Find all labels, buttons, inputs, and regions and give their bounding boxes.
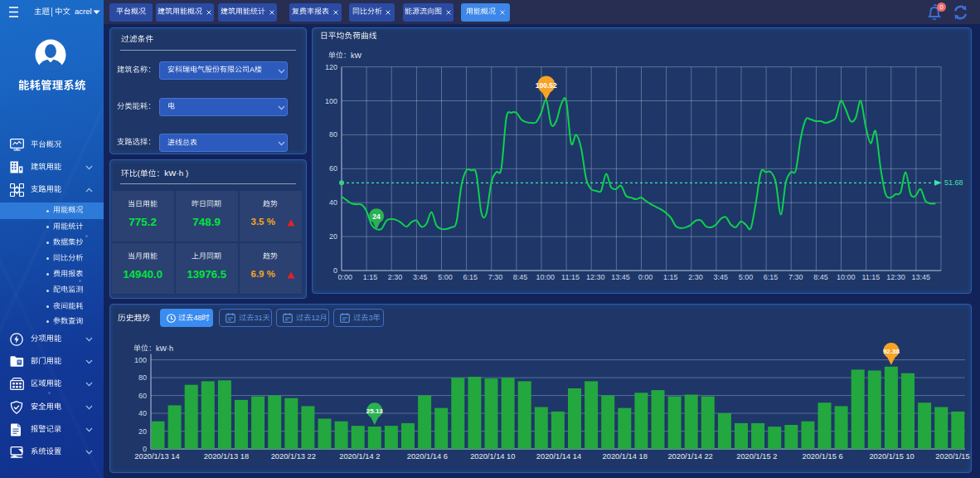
svg-text:100.52: 100.52 bbox=[536, 81, 557, 90]
svg-text:5:00: 5:00 bbox=[739, 273, 754, 281]
svg-text:0: 0 bbox=[333, 266, 337, 275]
svg-text:5:00: 5:00 bbox=[438, 273, 453, 281]
svg-text:2020/1/13 22: 2020/1/13 22 bbox=[271, 452, 316, 461]
svg-text:20: 20 bbox=[138, 427, 147, 436]
svg-text:3:45: 3:45 bbox=[713, 273, 728, 281]
svg-text:2020/1/14 14: 2020/1/14 14 bbox=[536, 452, 581, 461]
svg-text:10:00: 10:00 bbox=[837, 273, 856, 281]
svg-text:7:30: 7:30 bbox=[788, 273, 803, 281]
svg-text:40: 40 bbox=[138, 409, 147, 417]
svg-text:60: 60 bbox=[138, 392, 147, 400]
svg-text:2020/1/14 22: 2020/1/14 22 bbox=[667, 452, 712, 461]
svg-text:7:30: 7:30 bbox=[488, 273, 503, 281]
svg-text:11:15: 11:15 bbox=[561, 273, 580, 281]
svg-text:2020/1/14 10: 2020/1/14 10 bbox=[470, 452, 515, 461]
svg-text:24: 24 bbox=[372, 212, 381, 221]
svg-text:92.38: 92.38 bbox=[883, 348, 900, 355]
svg-text:2020/1/14 6: 2020/1/14 6 bbox=[407, 452, 448, 461]
svg-text:1:15: 1:15 bbox=[363, 273, 378, 281]
svg-text:8:45: 8:45 bbox=[513, 273, 528, 281]
svg-text:2020/1/15 10: 2020/1/15 10 bbox=[869, 452, 914, 461]
svg-text:12:30: 12:30 bbox=[586, 273, 605, 281]
svg-text:0:00: 0:00 bbox=[337, 273, 352, 281]
svg-text:A: A bbox=[250, 66, 255, 74]
svg-text:10:00: 10:00 bbox=[536, 273, 555, 281]
svg-text:2020/1/13 14: 2020/1/13 14 bbox=[134, 452, 179, 461]
svg-text:100: 100 bbox=[325, 97, 337, 105]
svg-text:2020/1/15 2: 2020/1/15 2 bbox=[736, 452, 777, 461]
svg-text:2020/1/15 6: 2020/1/15 6 bbox=[803, 452, 843, 461]
svg-text:13:45: 13:45 bbox=[912, 273, 931, 281]
svg-text:40: 40 bbox=[329, 198, 337, 207]
svg-text:2020/1/14 2: 2020/1/14 2 bbox=[339, 452, 380, 461]
svg-text:51.68: 51.68 bbox=[944, 178, 963, 187]
svg-text:2020/1/15: 2020/1/15 bbox=[935, 452, 969, 461]
svg-text:11:15: 11:15 bbox=[861, 273, 880, 281]
svg-text:13:45: 13:45 bbox=[611, 273, 630, 281]
svg-text:25.13: 25.13 bbox=[366, 407, 384, 415]
svg-text:20: 20 bbox=[329, 232, 337, 241]
svg-text:100: 100 bbox=[134, 356, 147, 364]
svg-text:h: h bbox=[179, 168, 183, 178]
svg-text:): ) bbox=[186, 168, 188, 178]
svg-text:2:30: 2:30 bbox=[688, 273, 703, 281]
svg-text:12:30: 12:30 bbox=[886, 273, 905, 281]
svg-text:6:15: 6:15 bbox=[463, 273, 478, 281]
svg-text:8:45: 8:45 bbox=[813, 273, 828, 281]
svg-text:2020/1/13 18: 2020/1/13 18 bbox=[204, 452, 249, 461]
svg-text:80: 80 bbox=[138, 373, 147, 382]
svg-text:120: 120 bbox=[325, 63, 337, 71]
svg-text:60: 60 bbox=[329, 164, 337, 173]
svg-text:6:15: 6:15 bbox=[764, 273, 779, 281]
svg-text:3:45: 3:45 bbox=[413, 273, 428, 281]
svg-text:1:15: 1:15 bbox=[663, 273, 678, 281]
svg-text:0:00: 0:00 bbox=[638, 273, 653, 281]
svg-text:80: 80 bbox=[329, 130, 337, 139]
svg-text:2020/1/14 18: 2020/1/14 18 bbox=[603, 452, 648, 461]
svg-text:2:30: 2:30 bbox=[388, 273, 403, 281]
